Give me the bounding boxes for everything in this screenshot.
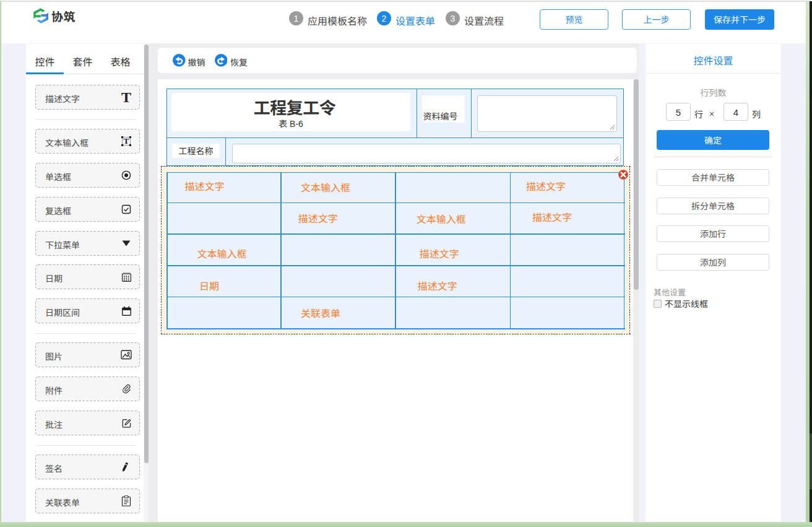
svg-text:T: T (123, 136, 129, 146)
